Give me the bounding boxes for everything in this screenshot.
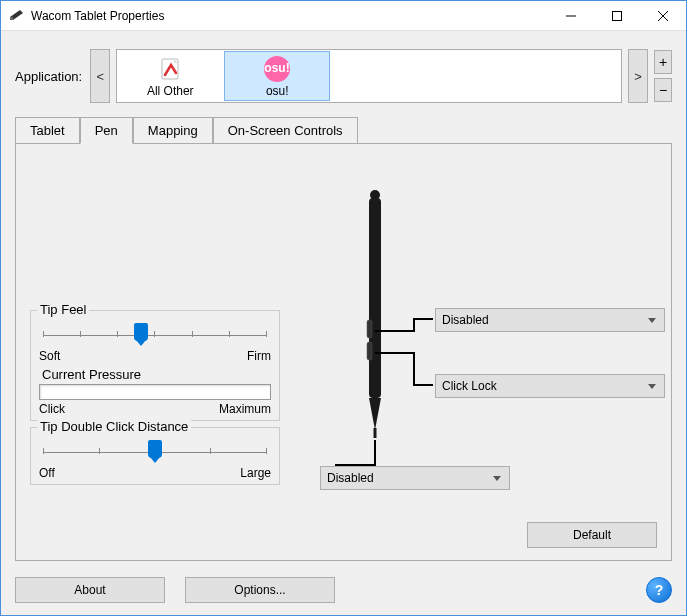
- application-list: All Other osu! osu!: [116, 49, 622, 103]
- svg-rect-11: [367, 342, 372, 360]
- tip-feel-min: Soft: [39, 349, 60, 363]
- generic-app-icon: [156, 55, 184, 83]
- application-selector: Application: < All Other osu! osu! >: [15, 49, 672, 103]
- application-label: Application:: [15, 69, 82, 84]
- left-column: Tip Feel Soft Firm Current Pressure: [30, 160, 280, 548]
- window: Wacom Tablet Properties Application: < A…: [0, 0, 687, 616]
- app-item-label: All Other: [147, 84, 194, 98]
- current-pressure-label: Current Pressure: [39, 367, 271, 382]
- tip-feel-slider[interactable]: [39, 321, 271, 349]
- app-scroll-right-button[interactable]: >: [628, 49, 648, 103]
- app-icon: [9, 6, 25, 25]
- options-button[interactable]: Options...: [185, 577, 335, 603]
- tab-mapping[interactable]: Mapping: [133, 117, 213, 143]
- tip-double-click-thumb[interactable]: [148, 440, 162, 458]
- tab-on-screen-controls[interactable]: On-Screen Controls: [213, 117, 358, 143]
- tip-double-click-slider[interactable]: [39, 438, 271, 466]
- close-button[interactable]: [640, 1, 686, 31]
- pressure-min: Click: [39, 402, 65, 416]
- tip-double-click-group: Tip Double Click Distance Off Large: [30, 427, 280, 485]
- right-column: Disabled Click Lock Disabled Default: [280, 160, 657, 548]
- pressure-max: Maximum: [219, 402, 271, 416]
- tab-pen[interactable]: Pen: [80, 117, 133, 144]
- maximize-button[interactable]: [594, 1, 640, 31]
- tabs: Tablet Pen Mapping On-Screen Controls Ti…: [15, 117, 672, 561]
- app-item-osu[interactable]: osu! osu!: [224, 51, 330, 101]
- tab-tablet[interactable]: Tablet: [15, 117, 80, 143]
- tip-feel-max: Firm: [247, 349, 271, 363]
- tip-feel-thumb[interactable]: [134, 323, 148, 341]
- dblclick-max: Large: [240, 466, 271, 480]
- window-title: Wacom Tablet Properties: [31, 9, 548, 23]
- svg-rect-2: [613, 11, 622, 20]
- upper-pen-button-combo[interactable]: Disabled: [435, 308, 665, 332]
- tab-strip: Tablet Pen Mapping On-Screen Controls: [15, 117, 672, 143]
- app-item-label: osu!: [266, 84, 289, 98]
- tip-feel-label: Tip Feel: [37, 302, 89, 317]
- lower-pen-button-combo[interactable]: Click Lock: [435, 374, 665, 398]
- remove-application-button[interactable]: −: [654, 78, 672, 102]
- svg-rect-12: [374, 428, 377, 438]
- app-item-all-other[interactable]: All Other: [117, 50, 223, 102]
- osu-icon: osu!: [263, 55, 291, 83]
- help-button[interactable]: ?: [646, 577, 672, 603]
- svg-rect-10: [367, 320, 372, 338]
- app-scroll-left-button[interactable]: <: [90, 49, 110, 103]
- tip-double-click-label: Tip Double Click Distance: [37, 419, 191, 434]
- footer: About Options... ?: [1, 571, 686, 615]
- svg-text:osu!: osu!: [265, 61, 290, 75]
- content-area: Application: < All Other osu! osu! >: [1, 31, 686, 571]
- dblclick-min: Off: [39, 466, 55, 480]
- titlebar: Wacom Tablet Properties: [1, 1, 686, 31]
- pen-tab-panel: Tip Feel Soft Firm Current Pressure: [15, 143, 672, 561]
- about-button[interactable]: About: [15, 577, 165, 603]
- current-pressure-bar: [39, 384, 271, 400]
- add-application-button[interactable]: +: [654, 50, 672, 74]
- tip-feel-group: Tip Feel Soft Firm Current Pressure: [30, 310, 280, 421]
- svg-rect-9: [369, 198, 381, 398]
- default-button[interactable]: Default: [527, 522, 657, 548]
- minimize-button[interactable]: [548, 1, 594, 31]
- pen-tip-combo[interactable]: Disabled: [320, 466, 510, 490]
- svg-rect-0: [10, 17, 13, 20]
- pen-illustration: [360, 190, 390, 450]
